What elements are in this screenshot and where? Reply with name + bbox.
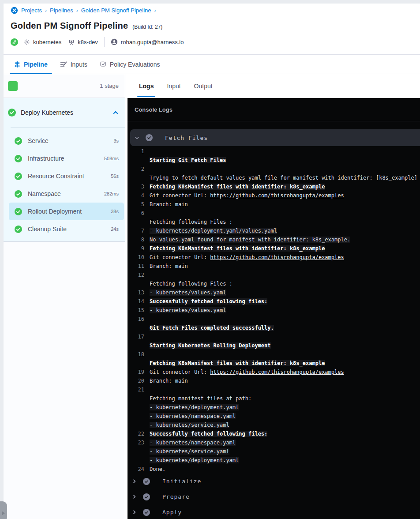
corner-widget[interactable] [0,501,7,519]
breadcrumb-projects[interactable]: Projects [21,7,42,14]
breadcrumb-pipelines[interactable]: Pipelines [50,7,73,14]
section-label: Apply [162,509,182,515]
chevron-right-icon[interactable] [131,494,137,500]
step-row[interactable]: Rollout Deployment38s [9,203,124,220]
sidebar-empty-area [4,242,125,519]
build-id: (Build Id: 27) [132,24,162,30]
step-row[interactable]: Service3s [9,132,124,150]
log-link[interactable]: https://github.com/thisrohangupta/exampl… [210,254,344,260]
log-line-number: 11 [128,263,144,269]
tab-policy-evaluations[interactable]: Policy Evaluations [95,55,165,74]
log-section-header-prepare[interactable]: Prepare [128,489,420,504]
stage-name: Deploy Kubernetes [21,109,112,116]
log-row: 18 [128,350,420,359]
chevron-right-icon[interactable] [131,509,137,515]
log-section-header-fetch-files[interactable]: Fetch Files [130,129,420,146]
breadcrumb: Projects › Pipelines › Golden PM Signoff… [11,7,420,14]
log-row: 4Git connector Url: https://github.com/t… [128,191,420,200]
chevron-up-icon[interactable] [112,109,119,116]
step-row[interactable]: Cleanup Suite24s [9,220,124,238]
log-text: - kubernetes/namespace.yaml [150,413,236,419]
log-line-number: 7 [128,228,144,234]
step-label: Service [28,137,113,144]
user-tag: rohan.gupta@harness.io [111,38,184,45]
policy-check-icon [100,61,106,68]
stage-count-label: 1 stage [100,83,119,89]
log-row: 11Branch: main [128,262,420,271]
log-row: 9Fetching K8sManifest files with identif… [128,244,420,253]
log-row: Trying to fetch default values yaml file… [128,173,420,182]
environment-tag[interactable]: k8s-dev [68,39,98,45]
step-label: Rollout Deployment [28,208,111,215]
log-text: - kubernetes/deployment.yaml/values.yaml [150,228,277,234]
step-duration: 508ms [104,156,119,161]
tab-logs[interactable]: Logs [139,74,154,98]
stage-header-deploy-kubernetes[interactable]: Deploy Kubernetes [4,98,125,127]
section-label: Initialize [162,478,201,485]
log-lines: 1Starting Git Fetch Files2Trying to fetc… [128,147,420,474]
log-text: Branch: main [150,263,188,269]
log-row: 14Successfully fetched following files: [128,297,420,306]
inputs-icon [60,61,67,68]
service-tag[interactable]: kubernetes [23,39,61,45]
log-row: - kubernetes/deployment.yaml [128,403,420,412]
log-line-number: 17 [128,334,144,340]
environment-name: k8s-dev [78,39,98,45]
success-check-icon [8,109,16,117]
success-check-icon [15,208,22,215]
log-row: Starting Git Fetch Files [128,156,420,165]
log-text: Starting Git Fetch Files [150,157,226,163]
log-row: 23- kubernetes/namespace.yaml [128,438,420,447]
step-list: Service3sInfrastructure508msResource Con… [4,128,125,238]
log-line-number: 2 [128,166,144,172]
log-row: Fetching K8sManifest files with identifi… [128,359,420,368]
stage-status-square[interactable] [8,81,18,91]
log-row: Fetching following Files : [128,279,420,288]
console: Console Logs Fetch Files 1Starting Git F… [128,98,420,519]
tab-pipeline[interactable]: Pipeline [10,55,52,74]
window-edge-top [0,0,420,4]
log-row: 1 [128,147,420,156]
log-line-number: 16 [128,316,144,322]
log-row: 10Git connector Url: https://github.com/… [128,253,420,262]
log-text: Fetching K8sManifest files with identifi… [150,360,325,366]
log-text: - kubernetes/deployment.yaml [150,404,239,410]
chevron-right-icon[interactable] [131,478,137,484]
log-line-number: 18 [128,351,144,357]
log-row: 12 [128,271,420,279]
tab-inputs[interactable]: Inputs [56,55,92,74]
harness-logo-icon [11,7,18,14]
pipeline-icon [14,61,20,68]
log-row: - kubernetes/deployment.yaml [128,456,420,465]
log-text: Branch: main [150,378,188,384]
success-check-icon [15,173,22,180]
step-row[interactable]: Resource Constraint56s [9,167,124,185]
step-row[interactable]: Infrastructure508ms [9,150,124,167]
log-link[interactable]: https://github.com/thisrohangupta/exampl… [210,192,344,199]
log-section-header-apply[interactable]: Apply [128,504,420,519]
log-row: 22Successfully fetched following files: [128,429,420,438]
log-text: Git Fetch Files completed successfully. [150,325,274,331]
log-row: - kubernetes/service.yaml [128,421,420,429]
chevron-down-icon[interactable] [134,135,140,141]
log-row: Starting Kubernetes Rolling Deployment [128,341,420,350]
breadcrumb-pipeline-name[interactable]: Golden PM Signoff Pipeline [81,7,151,14]
app-window: Projects › Pipelines › Golden PM Signoff… [4,4,420,519]
tab-input[interactable]: Input [167,74,180,98]
log-link[interactable]: https://github.com/thisrohangupta/exampl… [210,369,344,375]
log-section-header-initialize[interactable]: Initialize [128,474,420,489]
log-row: 2 [128,165,420,173]
tab-output[interactable]: Output [194,74,213,98]
execution-sidebar: 1 stage Deploy Kubernetes Service3sInfra… [4,74,125,519]
log-row: Git Fetch Files completed successfully. [128,323,420,332]
log-line-number: 3 [128,184,144,190]
page-header: Projects › Pipelines › Golden PM Signoff… [4,4,420,54]
log-line-number: 20 [128,378,144,384]
log-row: - kubernetes/service.yaml [128,447,420,456]
log-line-number: 15 [128,307,144,313]
step-row[interactable]: Namespace282ms [9,185,124,203]
log-row: 6 [128,209,420,218]
window-edge-left [0,0,4,519]
log-row: Fetching manifest files at path: [128,394,420,403]
module-tabbar: Pipeline Inputs Policy Evaluations [4,54,420,74]
